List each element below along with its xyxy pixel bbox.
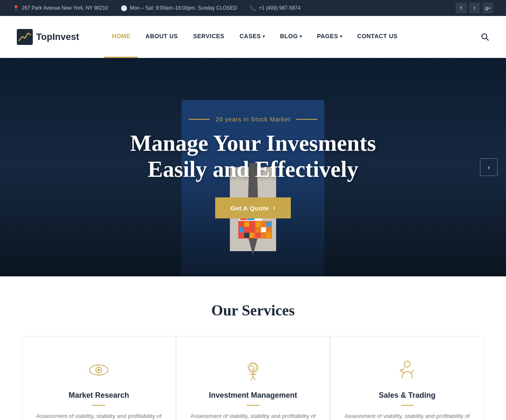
googleplus-button[interactable]: g+: [482, 3, 493, 13]
investment-divider: [247, 405, 259, 406]
market-research-desc: Assessment of viability, stability and p…: [35, 412, 163, 420]
top-bar: 📍 267 Park Avenue New York, NY 90210 🕐 M…: [0, 0, 506, 16]
svg-line-11: [253, 377, 256, 380]
nav-contact[interactable]: CONTACT US: [350, 16, 405, 58]
nav-links: HOME ABOUT US SERVICES CASES ▾ BLOG ▾ PA…: [104, 16, 481, 58]
nav-home[interactable]: HOME: [104, 16, 138, 58]
phone-icon: 📞: [250, 5, 256, 11]
nav-about[interactable]: ABOUT US: [138, 16, 185, 58]
search-button[interactable]: [481, 33, 489, 41]
nav-blog[interactable]: BLOG ▾: [272, 16, 309, 58]
twitter-button[interactable]: t: [469, 3, 480, 13]
svg-point-7: [248, 362, 258, 373]
logo-text: TopInvest: [36, 32, 79, 42]
hero-next-button[interactable]: ›: [480, 158, 498, 176]
hero-title: Manage Your Invesments Easily and Effect…: [130, 130, 376, 182]
services-grid: Market Research Assessment of viability,…: [22, 336, 484, 420]
sales-divider: [401, 405, 414, 406]
service-card-market-research: Market Research Assessment of viability,…: [22, 336, 176, 420]
market-research-name: Market Research: [35, 391, 163, 400]
address-item: 📍 267 Park Avenue New York, NY 90210: [13, 5, 108, 11]
hours-item: 🕐 Mon – Sat: 9:00am–18:00pm. Sunday CLOS…: [121, 5, 237, 11]
top-bar-info: 📍 267 Park Avenue New York, NY 90210 🕐 M…: [13, 5, 300, 11]
svg-rect-0: [17, 29, 33, 45]
svg-point-5: [98, 369, 100, 371]
svg-line-14: [411, 370, 414, 373]
eye-icon: [86, 357, 111, 383]
hero-title-line1: Manage Your Invesments: [130, 131, 376, 156]
phone-text: +1 (409) 987-5874: [259, 5, 300, 11]
nav-cases[interactable]: CASES ▾: [232, 16, 272, 58]
sales-desc: Assessment of viability, stability and p…: [343, 412, 471, 420]
address-text: 267 Park Avenue New York, NY 90210: [22, 5, 108, 11]
logo-icon: [17, 29, 33, 45]
svg-line-13: [401, 370, 404, 373]
hours-text: Mon – Sat: 9:00am–18:00pm. Sunday CLOSED: [130, 5, 237, 11]
hero-content: 20 years in Stock Market Manage Your Inv…: [130, 116, 376, 218]
phone-item: 📞 +1 (409) 987-5874: [250, 5, 300, 11]
cases-arrow: ▾: [263, 34, 265, 39]
facebook-button[interactable]: f: [456, 3, 466, 13]
hero-line-right: [296, 119, 317, 120]
hero-cta-label: Get A Quote: [230, 205, 269, 212]
hero-line-left: [189, 119, 210, 120]
svg-point-12: [404, 361, 410, 367]
logo[interactable]: TopInvest: [17, 29, 79, 45]
svg-line-10: [250, 377, 253, 380]
services-title: Our Services: [17, 302, 489, 319]
service-card-investment: Investment Management Assessment of viab…: [176, 336, 330, 420]
person-icon: [395, 357, 420, 383]
clock-icon: 🕐: [121, 5, 127, 11]
investment-desc: Assessment of viability, stability and p…: [189, 412, 317, 420]
location-icon: 📍: [13, 5, 19, 11]
nav-services[interactable]: SERVICES: [185, 16, 232, 58]
nav-pages[interactable]: PAGES ▾: [309, 16, 350, 58]
svg-point-6: [249, 363, 257, 372]
services-section: Our Services Market Research Assessment …: [0, 276, 506, 420]
market-research-divider: [92, 405, 105, 406]
get-quote-button[interactable]: Get A Quote ›: [215, 197, 291, 218]
blog-arrow: ▾: [300, 34, 302, 39]
hero-eyebrow: 20 years in Stock Market: [130, 116, 376, 123]
investment-name: Investment Management: [189, 391, 317, 400]
pages-arrow: ▾: [340, 34, 343, 39]
navbar: TopInvest HOME ABOUT US SERVICES CASES ▾…: [0, 16, 506, 58]
brain-icon: [240, 357, 266, 383]
hero-eyebrow-text: 20 years in Stock Market: [216, 116, 290, 123]
hero-title-line2: Easily and Effectively: [148, 157, 358, 182]
hero-cta-arrow: ›: [273, 204, 276, 212]
social-links: f t g+: [456, 3, 493, 13]
service-card-sales: Sales & Trading Assessment of viability,…: [330, 336, 484, 420]
sales-name: Sales & Trading: [343, 391, 471, 400]
hero-section: 20 years in Stock Market Manage Your Inv…: [0, 58, 506, 276]
svg-line-2: [486, 38, 488, 40]
